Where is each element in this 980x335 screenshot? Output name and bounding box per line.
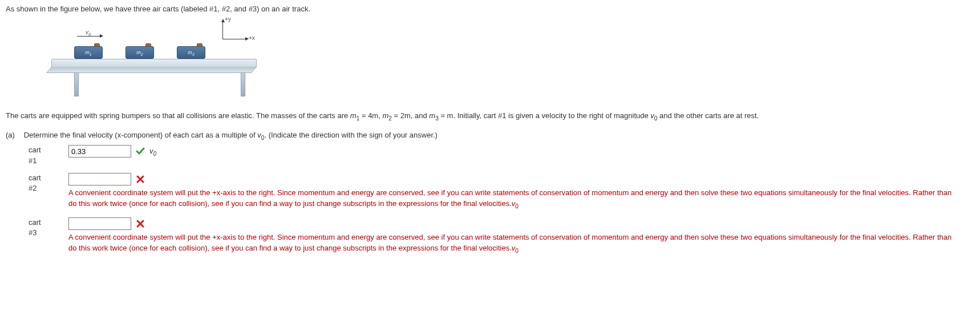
answer-row-cart-1: cart#1 v0 [29,145,974,166]
cart-1-unit: v0 [149,147,156,157]
problem-intro: As shown in the figure below, we have th… [6,5,974,13]
coordinate-axes-icon: +y +x [217,19,257,47]
figure-cart-1: m1 [74,46,103,59]
part-a-label: (a) [6,131,22,139]
figure-cart-3: m3 [177,46,205,59]
cart-2-feedback: A convenient coordinate system will put … [68,188,958,211]
figure-leg-right [241,72,245,96]
part-a: (a) Determine the final velocity (x-comp… [6,131,974,255]
cart-1-label: cart#1 [29,145,68,166]
x-icon [136,175,145,184]
cart-3-input[interactable] [68,217,131,230]
axis-y-label: +y [225,16,231,22]
answer-row-cart-2: cart#2 A convenient coordinate system wi… [29,173,974,211]
figure-cart-2: m2 [125,46,154,59]
axis-x-label: +x [249,35,255,41]
part-a-prompt: Determine the final velocity (x-componen… [24,131,438,139]
figure-leg-left [74,72,79,96]
cart-2-input[interactable] [68,173,131,185]
check-icon [136,147,145,156]
cart-1-input[interactable] [68,145,131,158]
cart-3-feedback: A convenient coordinate system will put … [68,232,958,255]
problem-description: The carts are equipped with spring bumpe… [6,110,974,123]
velocity-label: v0 [86,29,91,37]
cart-2-label: cart#2 [29,173,68,193]
figure-air-track: v0 +y +x m1 m2 m3 [51,19,268,99]
cart-3-label: cart#3 [29,217,68,238]
answer-row-cart-3: cart#3 A convenient coordinate system wi… [29,217,974,255]
x-icon [136,219,145,228]
